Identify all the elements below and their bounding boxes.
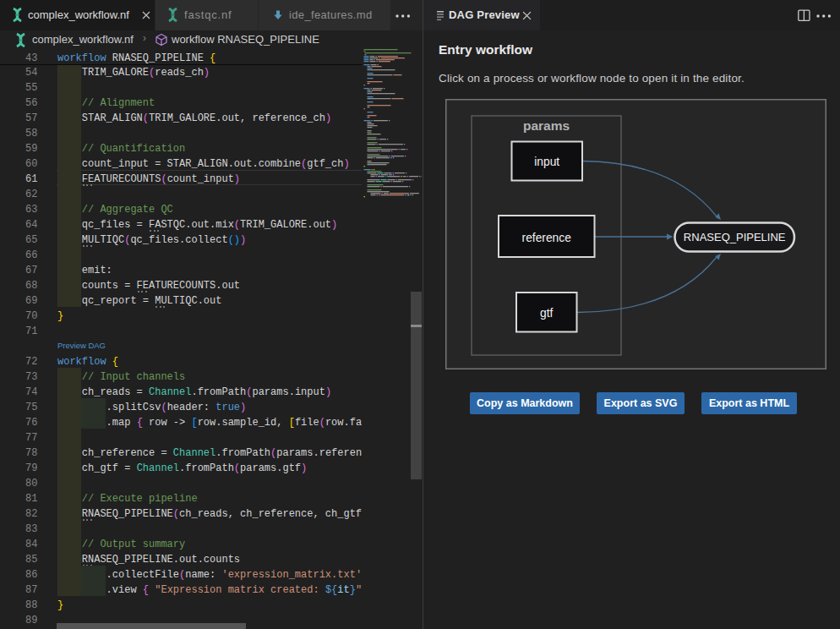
svg-text:params: params (523, 118, 570, 133)
svg-text:RNASEQ_PIPELINE: RNASEQ_PIPELINE (684, 231, 786, 243)
svg-text:gtf: gtf (540, 307, 554, 320)
svg-text:reference: reference (522, 232, 572, 244)
svg-text:input: input (534, 156, 559, 168)
